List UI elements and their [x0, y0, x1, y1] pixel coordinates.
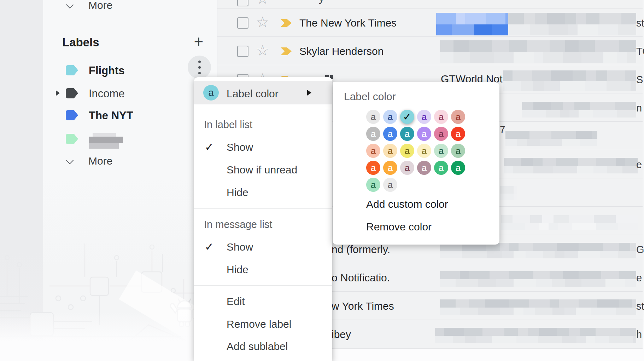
- label-color-swatch[interactable]: a: [417, 161, 431, 175]
- sidebar-item-label: Flights: [89, 64, 125, 77]
- email-sender: Skylar Henderson: [299, 45, 384, 57]
- menu-item-show-label-list[interactable]: Show: [227, 140, 253, 154]
- label-color-swatch[interactable]: a: [400, 127, 414, 141]
- subject-edge-text: S: [636, 74, 643, 86]
- redacted-snippet: [501, 215, 638, 230]
- menu-item-edit[interactable]: Edit: [227, 294, 245, 309]
- add-label-button[interactable]: +: [191, 33, 206, 51]
- label-color-swatch[interactable]: a: [383, 127, 397, 141]
- section-header-in-label-list: In label list: [204, 118, 252, 131]
- label-color-swatch[interactable]: a: [383, 161, 397, 175]
- redacted-snippet: [500, 186, 517, 200]
- label-context-menu: a Label color In label list ✓ Show Show …: [194, 77, 332, 361]
- label-color-swatch[interactable]: a: [366, 178, 380, 192]
- section-header-in-message-list: In message list: [204, 218, 272, 231]
- email-checkbox[interactable]: [237, 0, 248, 6]
- redacted-snippet: [505, 131, 597, 146]
- label-color-swatch[interactable]: a: [366, 161, 380, 175]
- email-sender: The New York Times: [299, 17, 397, 29]
- email-row[interactable]: ☆ The New York Times st: [217, 8, 643, 37]
- label-color-swatch[interactable]: a: [400, 161, 414, 175]
- sender-fragment: y: [319, 0, 324, 4]
- sidebar: [43, 0, 217, 361]
- label-color-swatch[interactable]: a: [400, 144, 414, 158]
- label-color-submenu: Label color aa✓aaaaaaaaaaaaaaaaaaaaaaa A…: [333, 82, 499, 245]
- sidebar-item-more-top[interactable]: More: [88, 0, 112, 11]
- redacted-subject: [440, 40, 636, 63]
- label-color-swatch[interactable]: a: [366, 127, 380, 141]
- labels-heading: Labels: [62, 36, 99, 49]
- redacted-snippet: [522, 102, 636, 118]
- check-icon: ✓: [205, 240, 217, 254]
- email-sender-tail: ibey: [332, 328, 351, 340]
- email-sender-tail: nd (formerly.: [332, 243, 390, 256]
- subject-edge-text: n: [636, 102, 642, 114]
- remove-color-button[interactable]: Remove color: [366, 220, 432, 234]
- check-icon: ✓: [205, 140, 217, 154]
- importance-marker-icon[interactable]: [281, 19, 292, 27]
- label-color-icon: a: [203, 85, 219, 101]
- label-color-swatch[interactable]: a: [434, 144, 448, 158]
- star-icon[interactable]: ☆: [256, 14, 269, 30]
- label-color-swatch[interactable]: a: [383, 110, 397, 124]
- star-icon[interactable]: ☆: [256, 0, 269, 7]
- label-color-swatch[interactable]: a: [434, 127, 448, 141]
- label-color-swatch[interactable]: a: [417, 127, 431, 141]
- email-row-partial[interactable]: ☆ y: [217, 0, 643, 8]
- label-color-swatch[interactable]: a: [383, 178, 397, 192]
- subject-edge-text: e: [636, 272, 642, 284]
- redacted-subject: [435, 328, 636, 343]
- subject-edge-text: h: [636, 329, 642, 340]
- importance-marker-icon[interactable]: [281, 47, 292, 55]
- menu-item-remove-label[interactable]: Remove label: [227, 317, 291, 331]
- subject-edge-text: e: [636, 159, 642, 171]
- label-color-swatch[interactable]: a: [451, 161, 465, 175]
- menu-item-hide-label-list[interactable]: Hide: [227, 185, 248, 200]
- star-icon[interactable]: ☆: [256, 42, 269, 59]
- sidebar-item-more-bottom[interactable]: More: [88, 155, 112, 167]
- label-color-swatch[interactable]: a: [366, 144, 380, 158]
- menu-item-show-message-list[interactable]: Show: [227, 240, 253, 254]
- redacted-snippet: [508, 13, 636, 35]
- expand-arrow-icon[interactable]: [56, 90, 60, 96]
- label-color-swatch[interactable]: a: [366, 110, 380, 124]
- menu-separator: [194, 285, 332, 286]
- email-checkbox[interactable]: [237, 17, 248, 29]
- menu-separator: [194, 208, 332, 209]
- label-color-swatch[interactable]: a: [451, 127, 465, 141]
- submenu-arrow-icon: [307, 90, 311, 96]
- subject-edge-text: st: [636, 300, 644, 312]
- label-color-swatch[interactable]: a: [451, 144, 465, 158]
- label-color-swatch[interactable]: a: [383, 144, 397, 158]
- chevron-down-icon[interactable]: [67, 2, 72, 9]
- subject-edge-text: TO: [636, 46, 644, 57]
- sidebar-item-label: Income: [89, 87, 125, 100]
- sidebar-item-label: The NYT: [89, 109, 133, 122]
- redacted-label-name: [89, 133, 123, 149]
- label-color-swatch[interactable]: a: [434, 110, 448, 124]
- redacted-subject: [440, 299, 636, 315]
- redacted-subject: [440, 271, 636, 287]
- chevron-down-icon[interactable]: [67, 158, 72, 165]
- subject-edge-text: st: [636, 17, 644, 29]
- menu-item-show-if-unread[interactable]: Show if unread: [227, 163, 297, 177]
- redacted-snippet: [504, 158, 638, 173]
- email-row[interactable]: ☆ Skylar Henderson TO: [217, 36, 643, 65]
- gmail-screen: ☆ y ☆ The New York Times st ☆ Skylar Hen…: [0, 0, 644, 361]
- menu-item-label-color-text[interactable]: Label color: [227, 87, 279, 101]
- label-color-swatch[interactable]: a: [417, 110, 431, 124]
- subject-edge-text: G: [636, 244, 644, 256]
- add-custom-color-button[interactable]: Add custom color: [366, 197, 448, 211]
- label-color-swatch-selected[interactable]: ✓: [400, 110, 414, 124]
- subject-sliver-text: 7: [500, 124, 505, 135]
- menu-separator: [194, 108, 332, 108]
- label-options-button[interactable]: [188, 56, 211, 79]
- submenu-title: Label color: [344, 91, 396, 103]
- menu-item-add-sublabel[interactable]: Add sublabel: [227, 339, 288, 354]
- label-color-swatch[interactable]: a: [417, 144, 431, 158]
- email-checkbox[interactable]: [237, 46, 248, 57]
- label-color-swatch[interactable]: a: [451, 110, 465, 124]
- label-color-swatch[interactable]: a: [434, 161, 448, 175]
- menu-item-hide-message-list[interactable]: Hide: [227, 263, 248, 277]
- email-sender-tail: w York Times: [332, 300, 394, 312]
